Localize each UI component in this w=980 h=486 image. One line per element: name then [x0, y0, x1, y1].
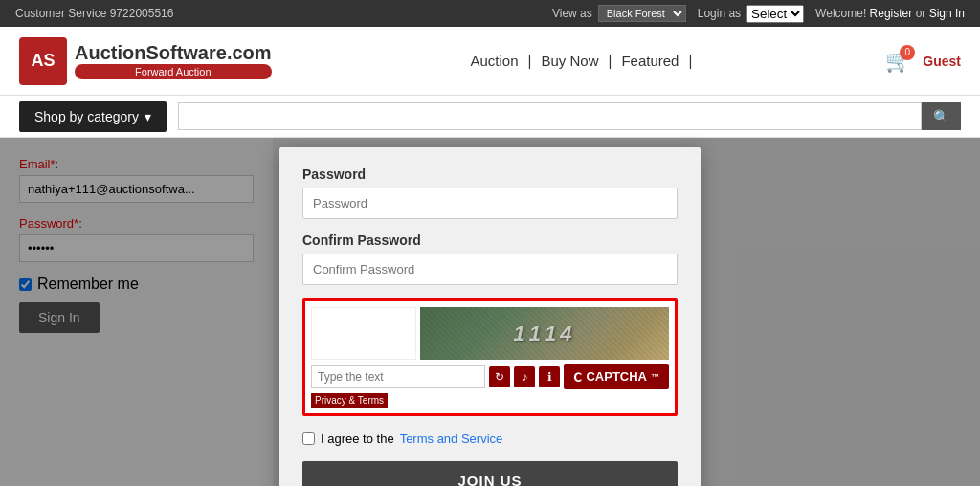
- logo-area: AS AuctionSoftware.com Forward Auction: [19, 37, 272, 85]
- captcha-bottom-row: Privacy & Terms: [311, 393, 669, 408]
- header-right: 🛒 0 Guest: [885, 49, 961, 74]
- or-text: or: [916, 7, 926, 20]
- welcome-section: Welcome! Register or Sign In: [815, 7, 965, 20]
- terms-checkbox[interactable]: [302, 432, 315, 445]
- welcome-text: Welcome!: [815, 7, 866, 20]
- top-bar: Customer Service 9722005516 View as Blac…: [0, 0, 980, 27]
- captcha-c-icon: ᴄ: [573, 367, 582, 386]
- top-bar-right: View as Black Forest Login as Select Wel…: [552, 5, 965, 23]
- modal-confirm-password-label: Confirm Password: [302, 232, 678, 248]
- search-input[interactable]: [178, 102, 922, 130]
- main-content: Email*: Password*: Remember me Sign In P…: [0, 138, 980, 486]
- logo-title: AuctionSoftware.com: [75, 42, 272, 64]
- captcha-audio-button[interactable]: ♪: [514, 366, 535, 387]
- shop-by-category-button[interactable]: Shop by category ▾: [19, 101, 167, 132]
- chevron-down-icon: ▾: [145, 109, 151, 124]
- cart-badge: 0: [900, 45, 915, 60]
- modal-overlay: Password Confirm Password 1114 ↻: [0, 138, 980, 486]
- nav-featured[interactable]: Featured: [615, 53, 684, 69]
- logo-text: AuctionSoftware.com Forward Auction: [75, 42, 272, 79]
- guest-label: Guest: [923, 54, 961, 69]
- join-us-button[interactable]: JOIN US: [302, 461, 678, 486]
- sub-header: Shop by category ▾ 🔍: [0, 96, 980, 138]
- login-as-label: Login as: [698, 7, 741, 20]
- customer-service: Customer Service 9722005516: [15, 7, 173, 20]
- logo-icon: AS: [19, 37, 67, 85]
- captcha-brand: ᴄ CAPTCHA ™: [564, 364, 669, 389]
- captcha-controls: ↻ ♪ ℹ ᴄ CAPTCHA ™: [311, 364, 669, 389]
- nav-sep1: |: [528, 53, 532, 69]
- modal-confirm-password-group: Confirm Password: [302, 232, 678, 285]
- main-nav: Auction | Buy Now | Featured |: [465, 53, 693, 69]
- shop-btn-label: Shop by category: [34, 109, 139, 124]
- modal-password-group: Password: [302, 166, 678, 219]
- search-bar: 🔍: [178, 102, 961, 130]
- register-link[interactable]: Register: [870, 7, 913, 20]
- captcha-image: 1114: [420, 307, 669, 360]
- logo-icon-text: AS: [31, 51, 55, 71]
- nav-buy-now[interactable]: Buy Now: [535, 53, 604, 69]
- captcha-brand-text: CAPTCHA: [586, 369, 647, 384]
- view-as-select[interactable]: Black Forest: [598, 5, 686, 22]
- nav-sep3: |: [688, 53, 692, 69]
- agree-label: I agree to the: [321, 431, 394, 446]
- logo-subtitle: Forward Auction: [75, 64, 272, 79]
- search-button[interactable]: 🔍: [922, 102, 961, 130]
- terms-row: I agree to the Terms and Service: [302, 431, 678, 446]
- terms-link[interactable]: Terms and Service: [400, 431, 503, 446]
- captcha-input[interactable]: [311, 365, 485, 388]
- modal-dialog: Password Confirm Password 1114 ↻: [279, 147, 701, 486]
- captcha-white-area: [311, 307, 416, 360]
- header: AS AuctionSoftware.com Forward Auction A…: [0, 27, 980, 96]
- nav-sep2: |: [609, 53, 612, 69]
- view-as-group: View as Black Forest: [552, 5, 686, 22]
- modal-confirm-password-input[interactable]: [302, 254, 678, 285]
- captcha-image-row: 1114: [311, 307, 669, 360]
- view-as-label: View as: [552, 7, 592, 20]
- captcha-info-button[interactable]: ℹ: [539, 366, 560, 387]
- login-as-group: Login as Select: [698, 5, 804, 23]
- cart-icon[interactable]: 🛒 0: [885, 49, 911, 74]
- modal-password-input[interactable]: [302, 188, 678, 219]
- signin-link[interactable]: Sign In: [929, 7, 965, 20]
- nav-auction[interactable]: Auction: [465, 53, 524, 69]
- login-as-select[interactable]: Select: [746, 5, 804, 23]
- captcha-refresh-button[interactable]: ↻: [489, 366, 510, 387]
- captcha-tm: ™: [651, 372, 659, 382]
- captcha-container: 1114 ↻ ♪ ℹ ᴄ CAPTCHA ™ Privacy & Terms: [302, 298, 678, 416]
- privacy-terms-link[interactable]: Privacy & Terms: [311, 393, 388, 408]
- modal-password-label: Password: [302, 166, 678, 182]
- captcha-text-display: 1114: [514, 321, 576, 346]
